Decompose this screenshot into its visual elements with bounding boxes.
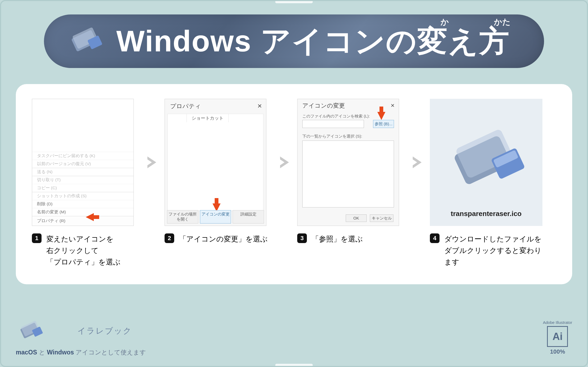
ctx-send[interactable]: 送る (N)	[32, 168, 133, 176]
chevron-right-icon	[144, 155, 159, 170]
context-menu: タスクバーにピン留めする (K) 以前のバージョンの復元 (V) 送る (N) …	[32, 152, 133, 226]
furigana-ka: か	[441, 17, 449, 28]
footnote-windows: Windwos	[47, 349, 74, 356]
ctx-rename[interactable]: 名前の変更 (M)	[32, 208, 133, 216]
step1-text: 変えたいアイコンを 右クリックして 「プロパティ」を選ぶ	[46, 233, 121, 268]
cancel-button[interactable]: キャンセル	[370, 214, 393, 222]
close-icon[interactable]: ×	[258, 102, 262, 110]
red-arrow-icon	[375, 107, 388, 121]
footnote-macos: macOS	[16, 349, 37, 356]
shortcut-tab[interactable]: ショートカット	[187, 114, 229, 122]
arrow-next-1	[144, 99, 159, 226]
steps-card: タスクバーにピン留めする (K) 以前のバージョンの復元 (V) 送る (N) …	[16, 84, 572, 284]
icon-path-input[interactable]	[302, 120, 364, 128]
step3-panel: アイコンの変更 × このファイル内のアイコンを検索 (L): 参照 (B)...…	[297, 99, 399, 226]
ctx-shortcut[interactable]: ショットカットの作成 (S)	[32, 192, 133, 200]
properties-title: プロパティ	[170, 102, 201, 110]
hero-banner: Windows アイコンの変え方 か かた	[44, 14, 544, 68]
step2-num: 2	[165, 233, 174, 243]
step3-num: 3	[297, 233, 307, 243]
step4-num: 4	[430, 233, 440, 243]
ai-badge-pct: 100%	[543, 348, 572, 355]
svg-marker-3	[86, 213, 99, 221]
svg-marker-5	[213, 198, 221, 211]
icon-filename: transparenteraser.ico	[451, 210, 522, 218]
brand-name: イラレブック	[77, 326, 132, 336]
step4-text: ダウンロードしたファイルを ダブルクリックすると変わります	[444, 233, 545, 268]
step4-panel: transparenteraser.ico	[430, 99, 542, 226]
ctx-copy[interactable]: コピー (C)	[32, 184, 133, 192]
ai-badge: Adobe Illustrator Ai 100%	[543, 320, 572, 355]
ai-badge-box: Ai	[547, 326, 568, 347]
hero-title: Windows アイコンの変え方	[116, 21, 510, 62]
icon-list[interactable]	[302, 141, 394, 207]
step-3: アイコンの変更 × このファイル内のアイコンを検索 (L): 参照 (B)...…	[297, 99, 404, 245]
svg-marker-4	[147, 157, 156, 168]
close-icon[interactable]: ×	[391, 102, 395, 109]
chevron-right-icon	[410, 155, 425, 170]
ctx-properties[interactable]: プロパティ (R)	[32, 216, 133, 226]
change-icon-title: アイコンの変更	[302, 102, 345, 110]
search-label: このファイル内のアイコンを検索 (L):	[302, 114, 370, 119]
step-4: transparenteraser.ico 4 ダウンロードしたファイルを ダブ…	[430, 99, 545, 268]
step4-caption: 4 ダウンロードしたファイルを ダブルクリックすると変わります	[430, 233, 545, 268]
furigana-kata: かた	[494, 17, 511, 28]
ctx-restore[interactable]: 以前のバージョンの復元 (V)	[32, 160, 133, 168]
step1-caption: 1 変えたいアイコンを 右クリックして 「プロパティ」を選ぶ	[32, 233, 139, 268]
footnote: macOS と Windwos アイコンとして使えます	[16, 348, 146, 357]
ctx-cut[interactable]: 切り取り (T)	[32, 176, 133, 184]
step3-text: 「参照」を選ぶ	[312, 233, 363, 245]
properties-buttons: ファイルの場所を開く アイコンの変更 詳細設定	[167, 210, 264, 224]
window-handle-top	[275, 1, 313, 3]
step3-caption: 3 「参照」を選ぶ	[297, 233, 404, 245]
step1-num: 1	[32, 233, 42, 243]
ok-button[interactable]: OK	[346, 214, 367, 222]
footnote-mid: と	[37, 349, 47, 356]
change-icon-button[interactable]: アイコンの変更	[200, 210, 231, 224]
footer-row: イラレブック	[16, 316, 146, 346]
footer: イラレブック macOS と Windwos アイコンとして使えます	[16, 316, 146, 357]
arrow-next-2	[277, 99, 292, 226]
step2-text: 「アイコンの変更」を選ぶ	[179, 233, 268, 245]
svg-marker-7	[377, 107, 385, 120]
footnote-suffix: アイコンとして使えます	[74, 349, 146, 356]
red-arrow-icon	[86, 210, 99, 225]
window-handle-bottom	[275, 364, 313, 366]
chevron-right-icon	[277, 155, 292, 170]
step2-panel: プロパティ × ショートカット ファイルの場所を開く アイコンの変更 詳細設定	[165, 99, 266, 226]
eraser-icon	[16, 316, 45, 346]
advanced-button[interactable]: 詳細設定	[233, 210, 264, 224]
step-1: タスクバーにピン留めする (K) 以前のバージョンの復元 (V) 送る (N) …	[32, 99, 139, 268]
svg-marker-8	[413, 157, 422, 168]
ctx-delete[interactable]: 削除 (D)	[32, 200, 133, 208]
eraser-icon	[443, 119, 529, 204]
eraser-icon	[65, 21, 106, 61]
step2-caption: 2 「アイコンの変更」を選ぶ	[165, 233, 272, 245]
step-2: プロパティ × ショートカット ファイルの場所を開く アイコンの変更 詳細設定 …	[165, 99, 272, 245]
ai-badge-label: Adobe Illustrator	[543, 320, 572, 325]
svg-marker-6	[280, 157, 289, 168]
open-location-button[interactable]: ファイルの場所を開く	[167, 210, 198, 224]
arrow-next-3	[410, 99, 425, 226]
properties-body: ショートカット	[168, 114, 263, 211]
step1-panel: タスクバーにピン留めする (K) 以前のバージョンの復元 (V) 送る (N) …	[32, 99, 134, 226]
list-label: 下の一覧からアイコンを選択 (S):	[302, 134, 362, 139]
ctx-pin[interactable]: タスクバーにピン留めする (K)	[32, 152, 133, 160]
